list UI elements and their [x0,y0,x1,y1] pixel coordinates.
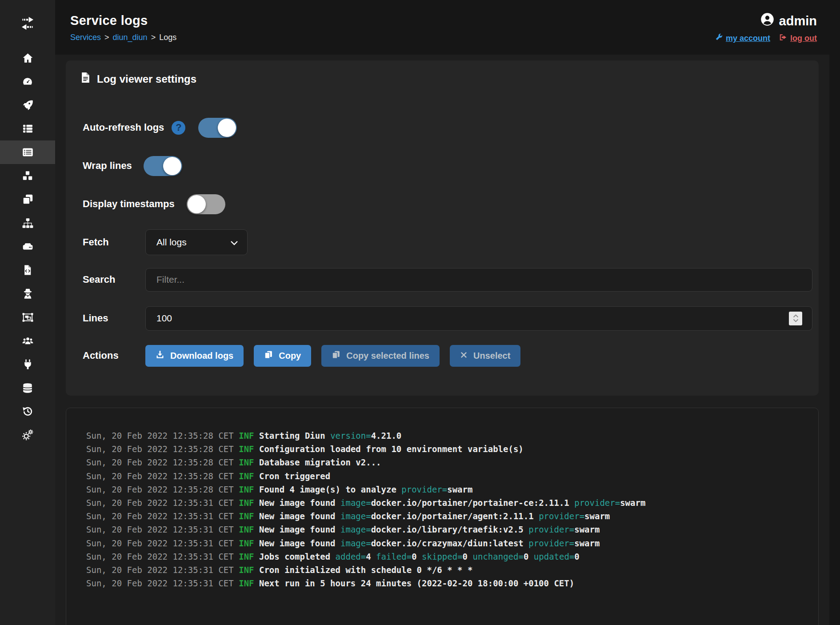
fetch-select[interactable]: All logs [145,229,248,255]
auto-refresh-row: Auto-refresh logs ? [83,116,812,139]
sidebar-item-settings[interactable] [0,423,55,447]
copy-button[interactable]: Copy [254,345,311,367]
question-circle-icon[interactable]: ? [172,121,185,135]
sidebar-item-activity[interactable] [0,400,55,423]
log-line[interactable]: Sun, 20 Feb 2022 12:35:31 CET INF New im… [86,537,800,550]
sidebar [0,0,55,625]
log-value: docker.io/portainer/portainer-ce:2.11.1 [371,498,569,508]
log-line[interactable]: Sun, 20 Feb 2022 12:35:31 CET INF New im… [86,523,800,536]
log-message: Found 4 image(s) to analyze [259,485,401,494]
log-value: 0 [463,552,468,561]
fetch-row: Fetch All logs [83,229,812,256]
my-account-label: my account [726,34,770,43]
sidebar-item-app-templates[interactable] [0,93,55,117]
my-account-link[interactable]: my account [715,33,770,44]
log-line[interactable]: Sun, 20 Feb 2022 12:35:31 CET INF Next r… [86,577,800,590]
sidebar-item-volumes[interactable] [0,235,55,258]
log-timestamp: Sun, 20 Feb 2022 12:35:28 CET [86,431,234,441]
log-key: provider= [401,485,447,494]
exchange-arrows-icon [20,17,35,30]
log-key: provider= [539,511,584,521]
file-text-icon [81,72,90,86]
auto-refresh-toggle[interactable] [198,118,237,138]
log-key: image= [340,511,371,521]
sidebar-item-environments[interactable] [0,353,55,376]
sidebar-item-containers[interactable] [0,164,55,188]
cogs-icon [21,429,34,441]
log-value: swarm [447,485,472,494]
log-line[interactable]: Sun, 20 Feb 2022 12:35:28 CET INF Config… [86,442,800,456]
log-level: INF [239,525,254,534]
wrap-lines-row: Wrap lines [83,155,812,177]
breadcrumb-services-link[interactable]: Services [70,33,101,42]
log-message [569,498,574,508]
user-secret-icon [22,288,34,300]
search-input[interactable] [145,268,812,292]
log-timestamp: Sun, 20 Feb 2022 12:35:31 CET [86,538,234,548]
user-name-row: admin [715,12,817,29]
search-label: Search [83,274,145,285]
sidebar-item-networks[interactable] [0,211,55,235]
sidebar-item-images[interactable] [0,188,55,211]
log-key: version= [330,431,371,441]
log-line[interactable]: Sun, 20 Feb 2022 12:35:28 CET INF Databa… [86,456,800,469]
log-line[interactable]: Sun, 20 Feb 2022 12:35:31 CET INF New im… [86,496,800,509]
copy-selected-lines-button[interactable]: Copy selected lines [321,345,440,367]
sidebar-item-registries[interactable] [0,376,55,400]
number-stepper[interactable] [789,312,802,325]
sidebar-item-secrets[interactable] [0,282,55,305]
gauge-icon [21,76,34,87]
user-links: my account log out [715,33,817,44]
sidebar-item-stacks[interactable] [0,117,55,140]
log-key: updated= [534,552,575,561]
sidebar-item-users[interactable] [0,329,55,353]
display-timestamps-row: Display timestamps [83,193,812,215]
lines-label: Lines [83,312,145,324]
log-line[interactable]: Sun, 20 Feb 2022 12:35:28 CET INF Found … [86,483,800,496]
display-timestamps-toggle[interactable] [187,194,225,214]
log-line[interactable]: Sun, 20 Feb 2022 12:35:31 CET INF Cron i… [86,563,800,577]
unselect-button[interactable]: Unselect [450,345,520,367]
rocket-icon [22,99,34,111]
sidebar-item-dashboard[interactable] [0,70,55,93]
log-line[interactable]: Sun, 20 Feb 2022 12:35:28 CET INF Starti… [86,429,800,442]
log-timestamp: Sun, 20 Feb 2022 12:35:31 CET [86,578,234,588]
wrench-icon [715,33,723,44]
log-key: image= [340,498,371,508]
log-message [524,538,528,548]
sidebar-item-configs[interactable] [0,258,55,282]
breadcrumb-separator: > [104,33,109,42]
log-message: New image found [259,525,340,534]
sidebar-item-swarm[interactable] [0,305,55,329]
chevron-down-icon [793,319,799,322]
log-line[interactable]: Sun, 20 Feb 2022 12:35:28 CET INF Cron t… [86,469,800,483]
log-level: INF [239,457,254,467]
sidebar-item-home[interactable] [0,46,55,70]
panel-title-label: Log viewer settings [97,73,196,85]
copy-icon [332,350,340,362]
log-level: INF [239,511,254,521]
download-logs-button[interactable]: Download logs [145,345,244,367]
breadcrumb-current-page: Logs [159,33,176,42]
log-message: Cron initialized with schedule 0 */6 * *… [259,565,472,575]
log-message: New image found [259,511,340,521]
cubes-icon [21,170,34,182]
log-line[interactable]: Sun, 20 Feb 2022 12:35:31 CET INF Jobs c… [86,550,800,563]
sidebar-toggle-button[interactable] [0,0,55,46]
download-icon [156,350,164,361]
breadcrumb-service-link[interactable]: diun_diun [113,33,148,42]
breadcrumb: Services > diun_diun > Logs [70,33,176,42]
log-level: INF [239,578,254,588]
wrap-lines-toggle[interactable] [144,156,182,176]
log-line[interactable]: Sun, 20 Feb 2022 12:35:31 CET INF New im… [86,509,800,523]
log-out-link[interactable]: log out [779,33,817,44]
log-message: Next run in 5 hours 24 minutes (2022-02-… [259,578,574,588]
search-row: Search [83,267,812,292]
copy-label: Copy [279,351,301,361]
log-key: failed= [376,552,412,561]
hdd-icon [21,241,34,252]
lines-input[interactable] [145,306,812,331]
log-panel: Sun, 20 Feb 2022 12:35:28 CET INF Starti… [66,408,819,625]
log-timestamp: Sun, 20 Feb 2022 12:35:28 CET [86,444,234,454]
sidebar-item-services[interactable] [0,140,55,164]
